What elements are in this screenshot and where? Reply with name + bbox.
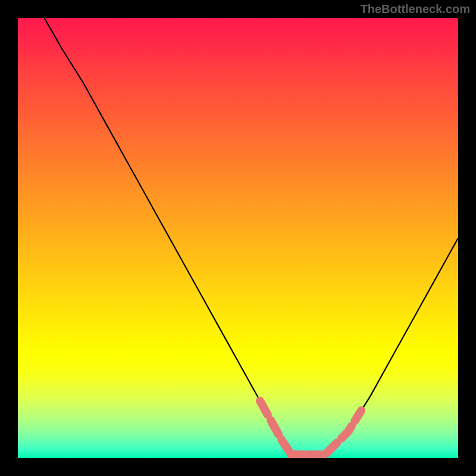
watermark-text: TheBottleneck.com	[361, 2, 470, 16]
chart-container: TheBottleneck.com	[0, 0, 476, 476]
highlight-dash	[260, 401, 268, 415]
highlight-dash	[271, 420, 278, 434]
highlight-dash	[326, 443, 337, 454]
highlight-dash	[342, 426, 352, 438]
curve-svg	[18, 18, 458, 458]
plot-area	[18, 18, 458, 458]
bottleneck-curve	[44, 18, 458, 458]
highlight-band	[260, 401, 361, 455]
highlight-dash	[355, 411, 361, 421]
